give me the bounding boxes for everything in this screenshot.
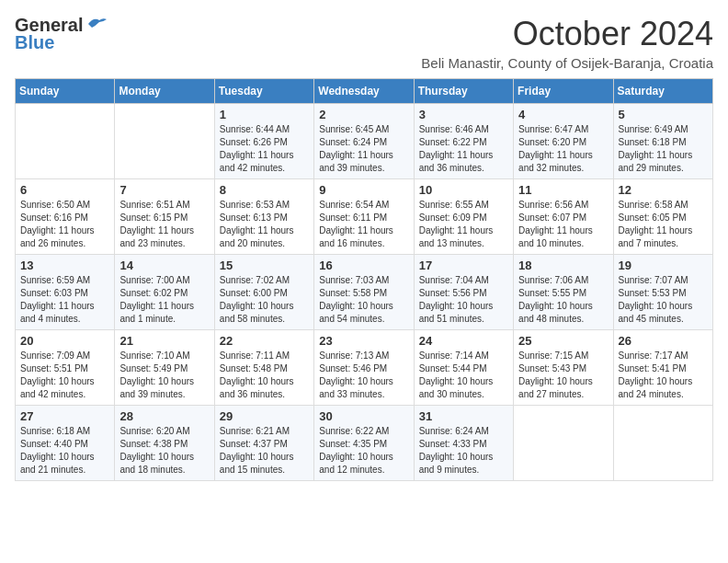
logo-bird-icon — [86, 17, 107, 31]
day-number: 26 — [619, 334, 708, 348]
calendar-cell: 16Sunrise: 7:03 AM Sunset: 5:58 PM Dayli… — [314, 255, 414, 330]
calendar-cell: 31Sunrise: 6:24 AM Sunset: 4:33 PM Dayli… — [414, 406, 513, 481]
day-number: 14 — [119, 259, 209, 272]
calendar-cell — [613, 406, 712, 481]
calendar-cell: 8Sunrise: 6:53 AM Sunset: 6:13 PM Daylig… — [214, 179, 313, 255]
calendar-cell: 27Sunrise: 6:18 AM Sunset: 4:40 PM Dayli… — [16, 406, 115, 481]
day-number: 17 — [419, 259, 508, 272]
calendar-cell — [514, 406, 613, 481]
day-info: Sunrise: 6:55 AM Sunset: 6:09 PM Dayligh… — [419, 199, 508, 250]
day-number: 23 — [319, 334, 408, 348]
day-number: 15 — [220, 259, 309, 272]
day-number: 31 — [419, 409, 508, 423]
day-number: 18 — [518, 259, 608, 272]
calendar-cell: 13Sunrise: 6:59 AM Sunset: 6:03 PM Dayli… — [16, 255, 115, 330]
day-info: Sunrise: 7:14 AM Sunset: 5:44 PM Dayligh… — [419, 350, 508, 401]
day-number: 16 — [319, 259, 408, 272]
calendar-cell: 26Sunrise: 7:17 AM Sunset: 5:41 PM Dayli… — [613, 330, 712, 406]
day-info: Sunrise: 7:17 AM Sunset: 5:41 PM Dayligh… — [619, 350, 708, 401]
calendar-week-row: 1Sunrise: 6:44 AM Sunset: 6:26 PM Daylig… — [16, 104, 713, 179]
calendar-cell: 20Sunrise: 7:09 AM Sunset: 5:51 PM Dayli… — [16, 330, 115, 406]
calendar-cell: 6Sunrise: 6:50 AM Sunset: 6:16 PM Daylig… — [16, 179, 115, 255]
calendar-cell: 7Sunrise: 6:51 AM Sunset: 6:15 PM Daylig… — [115, 179, 214, 255]
day-info: Sunrise: 6:44 AM Sunset: 6:26 PM Dayligh… — [220, 123, 309, 175]
day-number: 2 — [319, 108, 408, 121]
day-info: Sunrise: 6:24 AM Sunset: 4:33 PM Dayligh… — [419, 425, 508, 477]
day-info: Sunrise: 6:45 AM Sunset: 6:24 PM Dayligh… — [319, 123, 408, 175]
day-of-week-wednesday: Wednesday — [314, 79, 414, 104]
day-number: 4 — [518, 108, 608, 121]
day-of-week-saturday: Saturday — [613, 79, 712, 104]
calendar-cell: 22Sunrise: 7:11 AM Sunset: 5:48 PM Dayli… — [214, 330, 313, 406]
day-of-week-friday: Friday — [514, 79, 613, 104]
day-info: Sunrise: 6:59 AM Sunset: 6:03 PM Dayligh… — [20, 274, 109, 326]
day-number: 7 — [119, 183, 209, 197]
day-info: Sunrise: 7:11 AM Sunset: 5:48 PM Dayligh… — [220, 350, 309, 401]
calendar-cell: 5Sunrise: 6:49 AM Sunset: 6:18 PM Daylig… — [613, 104, 712, 179]
day-number: 21 — [119, 334, 209, 348]
day-info: Sunrise: 7:03 AM Sunset: 5:58 PM Dayligh… — [319, 274, 408, 326]
logo: General Blue — [15, 15, 107, 53]
day-info: Sunrise: 6:56 AM Sunset: 6:07 PM Dayligh… — [518, 199, 608, 250]
day-number: 30 — [319, 409, 408, 423]
days-header-row: SundayMondayTuesdayWednesdayThursdayFrid… — [16, 79, 713, 104]
title-area: October 2024 Beli Manastir, County of Os… — [421, 15, 713, 71]
day-info: Sunrise: 6:54 AM Sunset: 6:11 PM Dayligh… — [319, 199, 408, 250]
day-info: Sunrise: 6:20 AM Sunset: 4:38 PM Dayligh… — [119, 425, 209, 477]
day-info: Sunrise: 6:50 AM Sunset: 6:16 PM Dayligh… — [20, 199, 109, 250]
day-info: Sunrise: 6:47 AM Sunset: 6:20 PM Dayligh… — [518, 123, 608, 175]
day-number: 5 — [619, 108, 708, 121]
day-number: 29 — [220, 409, 309, 423]
day-number: 9 — [319, 183, 408, 197]
day-info: Sunrise: 6:49 AM Sunset: 6:18 PM Dayligh… — [619, 123, 708, 175]
location-title: Beli Manastir, County of Osijek-Baranja,… — [421, 55, 713, 71]
day-info: Sunrise: 7:00 AM Sunset: 6:02 PM Dayligh… — [119, 274, 209, 326]
day-info: Sunrise: 6:46 AM Sunset: 6:22 PM Dayligh… — [419, 123, 508, 175]
page-header: General Blue October 2024 Beli Manastir,… — [15, 15, 713, 71]
day-number: 25 — [518, 334, 608, 348]
calendar-week-row: 20Sunrise: 7:09 AM Sunset: 5:51 PM Dayli… — [16, 330, 713, 406]
calendar-cell: 14Sunrise: 7:00 AM Sunset: 6:02 PM Dayli… — [115, 255, 214, 330]
month-title: October 2024 — [421, 15, 713, 53]
day-info: Sunrise: 7:13 AM Sunset: 5:46 PM Dayligh… — [319, 350, 408, 401]
day-number: 24 — [419, 334, 508, 348]
day-info: Sunrise: 7:07 AM Sunset: 5:53 PM Dayligh… — [619, 274, 708, 326]
calendar-table: SundayMondayTuesdayWednesdayThursdayFrid… — [15, 78, 713, 481]
day-number: 3 — [419, 108, 508, 121]
calendar-cell: 24Sunrise: 7:14 AM Sunset: 5:44 PM Dayli… — [414, 330, 513, 406]
day-number: 28 — [119, 409, 209, 423]
day-info: Sunrise: 7:02 AM Sunset: 6:00 PM Dayligh… — [220, 274, 309, 326]
calendar-cell: 17Sunrise: 7:04 AM Sunset: 5:56 PM Dayli… — [414, 255, 513, 330]
day-info: Sunrise: 6:53 AM Sunset: 6:13 PM Dayligh… — [220, 199, 309, 250]
day-number: 12 — [619, 183, 708, 197]
calendar-cell: 29Sunrise: 6:21 AM Sunset: 4:37 PM Dayli… — [214, 406, 313, 481]
day-info: Sunrise: 6:18 AM Sunset: 4:40 PM Dayligh… — [20, 425, 109, 477]
day-number: 8 — [220, 183, 309, 197]
day-info: Sunrise: 7:10 AM Sunset: 5:49 PM Dayligh… — [119, 350, 209, 401]
day-info: Sunrise: 6:58 AM Sunset: 6:05 PM Dayligh… — [619, 199, 708, 250]
calendar-cell: 12Sunrise: 6:58 AM Sunset: 6:05 PM Dayli… — [613, 179, 712, 255]
calendar-week-row: 13Sunrise: 6:59 AM Sunset: 6:03 PM Dayli… — [16, 255, 713, 330]
calendar-cell: 15Sunrise: 7:02 AM Sunset: 6:00 PM Dayli… — [214, 255, 313, 330]
logo-blue: Blue — [15, 32, 54, 53]
calendar-cell — [16, 104, 115, 179]
day-info: Sunrise: 7:04 AM Sunset: 5:56 PM Dayligh… — [419, 274, 508, 326]
calendar-cell: 2Sunrise: 6:45 AM Sunset: 6:24 PM Daylig… — [314, 104, 414, 179]
calendar-cell: 23Sunrise: 7:13 AM Sunset: 5:46 PM Dayli… — [314, 330, 414, 406]
calendar-cell: 4Sunrise: 6:47 AM Sunset: 6:20 PM Daylig… — [514, 104, 613, 179]
day-of-week-thursday: Thursday — [414, 79, 513, 104]
calendar-cell: 11Sunrise: 6:56 AM Sunset: 6:07 PM Dayli… — [514, 179, 613, 255]
calendar-cell: 10Sunrise: 6:55 AM Sunset: 6:09 PM Dayli… — [414, 179, 513, 255]
day-of-week-monday: Monday — [115, 79, 214, 104]
day-info: Sunrise: 7:09 AM Sunset: 5:51 PM Dayligh… — [20, 350, 109, 401]
day-info: Sunrise: 7:06 AM Sunset: 5:55 PM Dayligh… — [518, 274, 608, 326]
calendar-cell: 25Sunrise: 7:15 AM Sunset: 5:43 PM Dayli… — [514, 330, 613, 406]
day-of-week-sunday: Sunday — [16, 79, 115, 104]
calendar-cell — [115, 104, 214, 179]
day-number: 27 — [20, 409, 109, 423]
day-info: Sunrise: 6:21 AM Sunset: 4:37 PM Dayligh… — [220, 425, 309, 477]
day-of-week-tuesday: Tuesday — [214, 79, 313, 104]
day-info: Sunrise: 6:51 AM Sunset: 6:15 PM Dayligh… — [119, 199, 209, 250]
day-number: 19 — [619, 259, 708, 272]
day-number: 11 — [518, 183, 608, 197]
